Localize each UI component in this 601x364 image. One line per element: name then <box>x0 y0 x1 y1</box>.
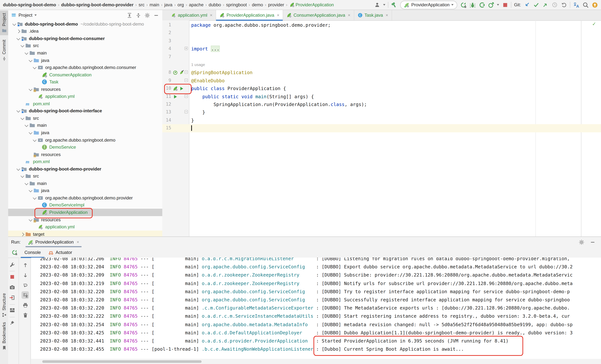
thread-dump-camera-icon[interactable] <box>9 283 16 291</box>
pin-tab-icon[interactable] <box>9 319 16 327</box>
translate-icon[interactable]: A <box>573 1 580 8</box>
fold-marker[interactable]: − <box>185 94 188 98</box>
fold-marker[interactable]: − <box>185 71 188 74</box>
chevron-down-icon[interactable] <box>28 217 33 222</box>
tool-window-button-bookmarks[interactable]: Bookmarks <box>0 320 8 352</box>
settings-gear-icon[interactable] <box>144 12 150 19</box>
chevron-down-icon[interactable] <box>24 181 29 186</box>
ide-update-icon[interactable] <box>591 1 598 8</box>
tree-item-dubbo-spring-boot-demo-interface[interactable]: dubbo-spring-boot-demo-interface <box>8 107 162 114</box>
chevron-down-icon[interactable] <box>20 174 24 179</box>
collapse-all-icon[interactable] <box>135 12 141 19</box>
chevron-down-icon[interactable] <box>28 87 33 91</box>
chevron-down-icon[interactable] <box>20 44 24 48</box>
chevron-right-icon[interactable] <box>20 232 24 236</box>
run-configuration-select[interactable]: ProviderApplication <box>400 0 457 9</box>
tree-item-demoservice[interactable]: IDemoService <box>8 144 162 151</box>
tree-item-resources[interactable]: resources <box>8 216 162 223</box>
rerun-application-icon[interactable] <box>11 249 18 256</box>
tree-item-java[interactable]: java <box>8 187 162 194</box>
tree-item-main[interactable]: main <box>8 122 162 129</box>
tree-item-application.yml[interactable]: application.yml <box>8 223 162 231</box>
chevron-down-icon[interactable] <box>16 167 20 171</box>
code-editor[interactable]: ✓ 1package org.apache.dubbo.springboot.d… <box>162 20 601 236</box>
chevron-down-icon[interactable] <box>20 116 24 121</box>
chevron-down-icon[interactable] <box>12 22 16 26</box>
tree-item-pom.xml[interactable]: mpom.xml <box>8 158 162 165</box>
search-icon[interactable] <box>582 1 589 8</box>
debug-icon[interactable] <box>469 1 476 8</box>
stop-process-icon[interactable] <box>9 273 16 281</box>
run-settings-gear-icon[interactable] <box>578 239 585 245</box>
chevron-down-icon[interactable] <box>24 51 29 55</box>
project-panel-title[interactable]: Project <box>19 13 32 18</box>
user-icon[interactable] <box>374 1 381 8</box>
profiler-icon[interactable] <box>488 1 494 8</box>
rerun-icon[interactable] <box>460 1 467 8</box>
tree-item-.idea[interactable]: .idea <box>8 28 162 35</box>
print-icon[interactable] <box>21 301 29 309</box>
tree-item-org.apache.dubbo.springboot.demo.provider[interactable]: org.apache.dubbo.springboot.demo.provide… <box>8 194 162 202</box>
rollback-icon[interactable] <box>561 1 567 8</box>
hide-panel-icon[interactable] <box>153 12 159 19</box>
tree-item-org.apache.dubbo.springboot.demo[interactable]: org.apache.dubbo.springboot.demo <box>8 136 162 144</box>
close-run-tab-icon[interactable]: × <box>77 239 79 245</box>
run-panel-tab-actuator[interactable]: Actuator <box>44 247 76 258</box>
run-panel-tab-console[interactable]: Console <box>21 247 44 258</box>
exit-icon[interactable] <box>9 294 16 301</box>
chevron-down-icon[interactable] <box>28 131 33 135</box>
close-tab-icon[interactable]: × <box>277 13 279 18</box>
tree-item-task[interactable]: CTask <box>8 78 162 86</box>
chevron-down-icon[interactable] <box>32 65 37 70</box>
breadcrumb-item[interactable]: provider <box>268 2 284 7</box>
git-update-icon[interactable] <box>524 1 530 8</box>
tree-item-target[interactable]: target <box>8 231 162 236</box>
breadcrumb-item[interactable]: main <box>150 2 159 7</box>
breadcrumb-item[interactable]: ProviderApplication <box>289 2 334 7</box>
editor-tab-providerapplication.java[interactable]: ProviderApplication.java× <box>216 10 283 20</box>
tree-item-src[interactable]: src <box>8 42 162 49</box>
tree-item-java[interactable]: java <box>8 57 162 64</box>
tree-item-providerapplication[interactable]: ProviderApplication <box>8 209 162 216</box>
breadcrumb-item[interactable]: apache <box>189 2 204 7</box>
git-commit-check-icon[interactable] <box>533 1 540 8</box>
breadcrumb-item[interactable]: demo <box>252 2 263 7</box>
usages-inlay-hint[interactable]: 1 usage <box>191 61 205 69</box>
build-hammer-icon[interactable] <box>391 1 398 8</box>
breadcrumb-item[interactable]: java <box>164 2 172 7</box>
fold-marker[interactable]: − <box>185 110 188 114</box>
expand-all-icon[interactable] <box>126 12 133 19</box>
chevron-down-icon[interactable] <box>32 196 37 200</box>
project-view-caret[interactable] <box>35 14 37 16</box>
console-output[interactable]: 2023-02-08 18:03:32.206 INFO 84765 --- [… <box>31 258 601 359</box>
breadcrumb-item[interactable]: dubbo-spring-boot-demo <box>3 2 56 7</box>
jump-to-end-icon[interactable] <box>21 281 29 289</box>
tree-item-src[interactable]: src <box>8 172 162 180</box>
coverage-icon[interactable] <box>479 1 485 8</box>
editor-tab-task.java[interactable]: CTask.java× <box>354 10 392 20</box>
tree-item-main[interactable]: main <box>8 180 162 187</box>
editor-tab-application.yml[interactable]: application.yml× <box>168 10 216 20</box>
git-push-icon[interactable] <box>542 1 549 8</box>
chevron-down-icon[interactable] <box>32 138 37 142</box>
profiler-caret[interactable] <box>497 4 499 6</box>
modify-run-config-wrench-icon[interactable] <box>9 261 16 269</box>
run-config-tab[interactable]: ProviderApplication × <box>26 237 81 247</box>
scroll-down-icon[interactable] <box>21 271 29 279</box>
user-dropdown-caret[interactable] <box>383 4 385 6</box>
tree-item-java[interactable]: java <box>8 129 162 136</box>
scroll-up-icon[interactable] <box>21 261 29 269</box>
breadcrumb-item[interactable]: src <box>139 2 144 7</box>
chevron-down-icon[interactable] <box>28 189 33 193</box>
breadcrumb-item[interactable]: springboot <box>226 2 247 7</box>
tree-item-application.yml[interactable]: application.yml <box>8 93 162 100</box>
tool-window-button-commit[interactable]: Commit <box>0 37 8 63</box>
tree-item-dubbo-spring-boot-demo[interactable]: dubbo-spring-boot-demo~/code/dubbo-sprin… <box>8 20 162 28</box>
close-tab-icon[interactable]: × <box>386 13 388 18</box>
tree-item-dubbo-spring-boot-demo-consumer[interactable]: dubbo-spring-boot-demo-consumer <box>8 35 162 42</box>
tree-item-src[interactable]: src <box>8 114 162 122</box>
horizontal-scrollbar-thumb[interactable] <box>42 360 201 363</box>
tree-item-org.apache.dubbo.springboot.demo.consumer[interactable]: org.apache.dubbo.springboot.demo.consume… <box>8 64 162 71</box>
clear-all-trash-icon[interactable] <box>21 311 29 319</box>
fold-marker[interactable]: − <box>185 79 188 82</box>
